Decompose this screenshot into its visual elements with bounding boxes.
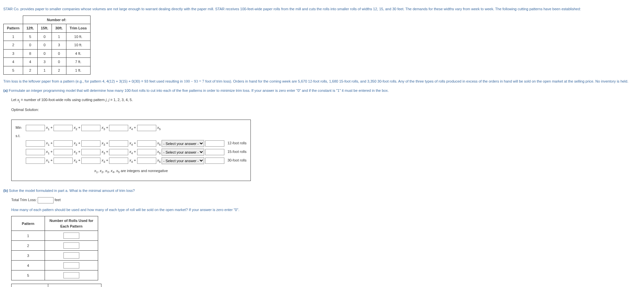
cell: 2 [52,66,66,75]
c3-coef-x4[interactable] [109,158,128,164]
c3-rhs[interactable] [205,158,224,164]
c1-coef-x2[interactable] [54,140,73,147]
c3-coef-x5[interactable] [137,158,156,164]
cell: 1 [12,231,45,241]
obj-coef-x4[interactable] [109,125,128,131]
cell: 4 [23,58,37,66]
used-input-3[interactable] [63,252,79,259]
cell: 3 [37,58,52,66]
text: Let [11,98,17,102]
cell: 2 [23,66,37,75]
plus: + [50,126,54,129]
used-input-4[interactable] [63,262,79,269]
table-row: 52121 ft. [4,66,91,75]
math-expression: 100 − 93 = 7 [184,79,205,84]
let-definition: Let xj = number of 100-foot-wide rolls u… [11,97,641,104]
cell: 2 [12,241,45,251]
cell: 0 [23,41,37,50]
part-b-text: Solve the model formulated in part a. Wh… [8,189,135,193]
constraint-row-2: x1 + x2 + x3 + x4 + x5 - Select your ans… [16,149,246,156]
cell: 0 [52,58,66,66]
c1-relation-select[interactable]: - Select your answer - [162,140,204,147]
sub: 5 [118,170,120,174]
part-a-label: (a) [3,89,8,92]
c1-label: 12-foot rolls [227,141,246,145]
cell: 3 [52,41,66,50]
c3-coef-x2[interactable] [54,158,73,164]
cell: 4 ft. [66,49,90,58]
obj-coef-x3[interactable] [81,125,100,131]
c1-coef-x1[interactable] [26,140,45,147]
objective-row: Min x1 + x2 + x3 + x4 + x5 [16,125,246,131]
constraint-row-1: x1 + x2 + x3 + x4 + x5 - Select your ans… [16,140,246,147]
c2-coef-x4[interactable] [109,149,128,155]
part-a-text: Formulate an integer programming model t… [8,89,389,92]
constraint-row-3: x1 + x2 + x3 + x4 + x5 - Select your ans… [16,157,246,164]
cell: 5 [23,32,37,41]
intro-paragraph: STAR Co. provides paper to smaller compa… [3,6,641,12]
c3-coef-x1[interactable] [26,158,45,164]
sold-h1: Type of Roll [12,284,48,287]
formulation-box: Min x1 + x2 + x3 + x4 + x5 s.t. x1 + x2 … [11,120,251,181]
part-b-label: (b) [3,189,8,193]
text: = 1, 2, 3, 4, 5. [109,98,133,102]
text: Trim loss is the leftover paper from a p… [3,79,184,83]
obj-coef-x5[interactable] [137,125,156,131]
c2-relation-select[interactable]: - Select your answer - [162,149,204,156]
rolls-sold-table: Type of Roll Number of Rolls Sold on the… [11,284,101,287]
th-15ft: 15ft. [37,24,52,33]
st-label: s.t. [16,134,20,138]
th-30ft: 30ft. [52,24,66,33]
used-input-1[interactable] [63,233,79,239]
cell: 2 [4,41,23,50]
plus: + [133,159,137,162]
integer-note: x1, x2, x3, x4, x5 are integers and nonn… [16,166,246,175]
c1-coef-x3[interactable] [81,140,100,147]
plus: + [77,141,82,145]
cell: 1 [37,66,52,75]
sub: 5 [159,127,161,130]
c2-coef-x2[interactable] [54,149,73,155]
table-row: 1 [12,231,98,241]
min-label: Min [16,125,25,130]
obj-coef-x2[interactable] [54,125,73,131]
table-row: 150110 ft. [4,32,91,41]
rolls-used-table: Pattern Number of Rolls Used for Each Pa… [11,216,98,280]
obj-coef-x1[interactable] [26,125,45,131]
c2-coef-x5[interactable] [137,149,156,155]
c2-rhs[interactable] [205,149,224,155]
cell: 1 ft. [66,66,90,75]
c1-rhs[interactable] [205,140,224,147]
c3-coef-x3[interactable] [81,158,100,164]
th-pattern: Pattern [4,24,23,33]
c1-coef-x5[interactable] [137,140,156,147]
plus: + [77,126,82,129]
sold-h2: Number of Rolls Sold on the Open Market [48,284,101,287]
used-input-5[interactable] [63,272,79,278]
c3-label: 30-foot rolls [227,159,246,162]
int-nonneg-text: are integers and nonnegative [121,169,168,173]
used-h1: Pattern [12,216,45,231]
st-label-row: s.t. [16,133,246,139]
used-input-2[interactable] [63,242,79,249]
plus: + [50,141,54,145]
trim-loss-explain: Trim loss is the leftover paper from a p… [3,78,641,84]
c2-coef-x3[interactable] [81,149,100,155]
sub: 5 [159,143,161,146]
cell: 1 [52,32,66,41]
table-row: 2 [12,241,98,251]
plus: + [133,150,137,154]
plus: + [133,126,137,129]
plus: + [133,141,137,145]
part-b-q2: How many of each pattern should be used … [11,207,641,213]
c1-coef-x4[interactable] [109,140,128,147]
part-a-prompt: (a) Formulate an integer programming mod… [3,88,641,93]
cell: 5 [4,66,23,75]
plus: + [50,150,54,154]
cell: 1 [4,32,23,41]
c3-relation-select[interactable]: - Select your answer - [162,157,204,164]
th-12ft: 12ft. [23,24,37,33]
total-trim-input[interactable] [38,197,54,203]
cell: 4 [12,261,45,270]
c2-coef-x1[interactable] [26,149,45,155]
